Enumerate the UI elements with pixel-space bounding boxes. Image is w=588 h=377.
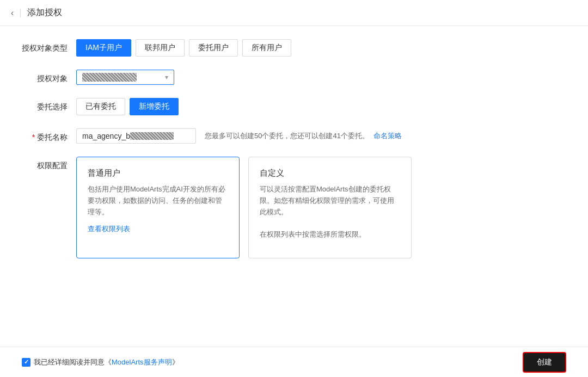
delegate-choice-label: 委托选择 xyxy=(22,98,76,112)
create-button[interactable]: 创建 xyxy=(523,352,566,373)
perm-card-general-title: 普通用户 xyxy=(88,168,228,178)
agency-name-masked xyxy=(130,132,174,140)
agency-name-hint: 您最多可以创建50个委托，您还可以创建41个委托。 xyxy=(205,131,369,141)
main-content: 授权对象类型 IAM子用户 联邦用户 委托用户 所有用户 授权对象 ▾ 委托选择… xyxy=(0,26,588,347)
select-arrow-icon: ▾ xyxy=(165,73,168,81)
agency-name-control: ma_agency_b 您最多可以创建50个委托，您还可以创建41个委托。 命名… xyxy=(76,128,566,144)
top-bar: ‹ 添加授权 xyxy=(0,0,588,26)
delegate-choice-control: 已有委托 新增委托 xyxy=(76,98,566,115)
perm-config-row: 权限配置 普通用户 包括用户使用ModelArts完成AI开发的所有必要功权限，… xyxy=(22,157,566,258)
bottom-bar: 我已经详细阅读并同意《ModelArts服务声明》 创建 xyxy=(0,347,588,377)
perm-card-general[interactable]: 普通用户 包括用户使用ModelArts完成AI开发的所有必要功权限，如数据的访… xyxy=(76,157,240,258)
page-title: 添加授权 xyxy=(27,7,62,18)
perm-cards-container: 普通用户 包括用户使用ModelArts完成AI开发的所有必要功权限，如数据的访… xyxy=(76,157,412,258)
delegate-new-btn[interactable]: 新增委托 xyxy=(130,98,179,115)
naming-strategy-link[interactable]: 命名策略 xyxy=(373,131,402,141)
perm-config-control: 普通用户 包括用户使用ModelArts完成AI开发的所有必要功权限，如数据的访… xyxy=(76,157,566,258)
agency-name-label: 委托名称 xyxy=(22,128,76,143)
header-divider xyxy=(20,9,21,17)
back-button[interactable]: ‹ xyxy=(11,8,14,18)
auth-target-label: 授权对象 xyxy=(22,70,76,84)
auth-target-value xyxy=(82,73,137,82)
agreement-link[interactable]: ModelArts服务声明 xyxy=(112,358,172,366)
tab-iam-user[interactable]: IAM子用户 xyxy=(76,39,131,57)
auth-type-row: 授权对象类型 IAM子用户 联邦用户 委托用户 所有用户 xyxy=(22,39,566,57)
auth-target-select[interactable]: ▾ xyxy=(76,70,174,85)
perm-card-general-desc: 包括用户使用ModelArts完成AI开发的所有必要功权限，如数据的访问、任务的… xyxy=(88,184,228,218)
auth-type-control: IAM子用户 联邦用户 委托用户 所有用户 xyxy=(76,39,566,57)
perm-config-label: 权限配置 xyxy=(22,157,76,171)
auth-target-row: 授权对象 ▾ xyxy=(22,70,566,85)
perm-card-custom-title: 自定义 xyxy=(260,168,400,178)
delegate-existing-btn[interactable]: 已有委托 xyxy=(76,98,125,115)
delegate-choice-row: 委托选择 已有委托 新增委托 xyxy=(22,98,566,115)
perm-card-custom[interactable]: 自定义 可以灵活按需配置ModelArts创建的委托权限。如您有精细化权限管理的… xyxy=(248,157,412,258)
agreement-checkbox[interactable] xyxy=(22,358,30,367)
agency-name-prefix: ma_agency_b xyxy=(82,132,130,140)
agency-name-row: 委托名称 ma_agency_b 您最多可以创建50个委托，您还可以创建41个委… xyxy=(22,128,566,144)
auth-type-label: 授权对象类型 xyxy=(22,39,76,53)
tab-all-user[interactable]: 所有用户 xyxy=(242,39,291,57)
auth-target-control: ▾ xyxy=(76,70,566,85)
agreement-checkbox-wrap[interactable]: 我已经详细阅读并同意《ModelArts服务声明》 xyxy=(22,357,179,367)
tab-delegate-user[interactable]: 委托用户 xyxy=(189,39,238,57)
agency-name-display[interactable]: ma_agency_b xyxy=(76,128,196,144)
agreement-text: 我已经详细阅读并同意《ModelArts服务声明》 xyxy=(34,357,179,367)
tab-federated-user[interactable]: 联邦用户 xyxy=(136,39,185,57)
agreement-area: 我已经详细阅读并同意《ModelArts服务声明》 xyxy=(22,357,179,367)
view-permissions-link[interactable]: 查看权限列表 xyxy=(88,225,130,233)
perm-card-custom-desc: 可以灵活按需配置ModelArts创建的委托权限。如您有精细化权限管理的需求，可… xyxy=(260,184,400,240)
